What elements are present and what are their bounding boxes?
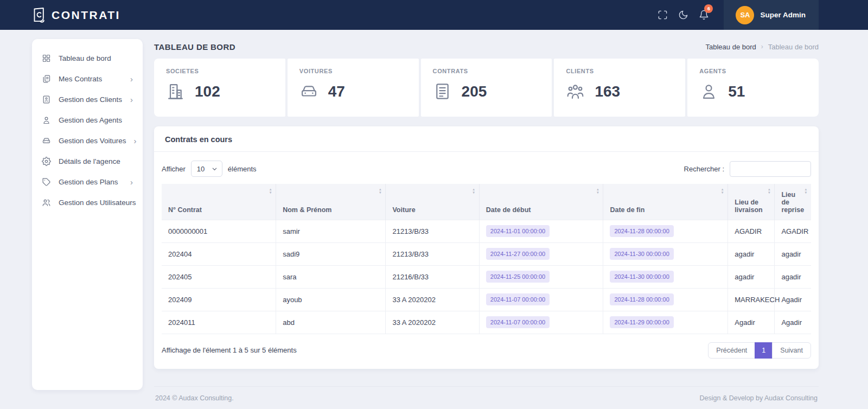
table-footer: Affichage de l'élement 1 à 5 sur 5 éléme…	[154, 334, 819, 369]
sidebar: Tableau de bordMes Contrats›Gestion des …	[32, 39, 143, 390]
sidebar-item-gestion-des-agents[interactable]: Gestion des Agents	[32, 110, 143, 130]
sort-icon: ▴▾	[270, 188, 271, 194]
stat-label: SOCIETES	[166, 68, 273, 74]
stat-value: 102	[195, 83, 220, 100]
sidebar-item-gestion-des-voitures[interactable]: Gestion des Voitures›	[32, 130, 143, 151]
column-header-label: Lieu de livraison	[735, 199, 762, 214]
date-badge: 2024-11-07 00:00:00	[486, 293, 550, 305]
page-layout: Tableau de bordMes Contrats›Gestion des …	[0, 30, 868, 409]
breadcrumb: Tableau de bord › Tableau de bord	[706, 43, 819, 51]
contracts-table: N° Contrat▴▾Nom & Prénom▴▾Voiture▴▾Date …	[162, 184, 811, 334]
contracts-icon	[42, 74, 51, 84]
column-header[interactable]: Nom & Prénom▴▾	[276, 184, 386, 220]
stat-label: CLIENTS	[566, 68, 673, 74]
sidebar-item-label: Gestion des Voitures	[59, 137, 126, 145]
brand-logo[interactable]: CONTRATI	[32, 7, 120, 23]
user-menu[interactable]: SA Super Admin	[724, 0, 819, 30]
sidebar-item-gestion-des-utilisateurs[interactable]: Gestion des Utilisateurs	[32, 192, 143, 213]
stat-card-voitures: VOITURES47	[288, 59, 419, 117]
column-header[interactable]: Date de fin▴▾	[603, 184, 728, 220]
sidebar-item-tableau-de-bord[interactable]: Tableau de bord	[32, 48, 143, 68]
avatar: SA	[736, 6, 754, 24]
delivery-place-cell: agadir	[728, 242, 775, 265]
sidebar-item-label: Gestion des Agents	[59, 116, 122, 124]
car-cell: 21216/B/33	[386, 265, 479, 288]
sidebar-nav: Tableau de bordMes Contrats›Gestion des …	[32, 48, 143, 213]
column-header[interactable]: Lieu de reprise▴▾	[775, 184, 811, 220]
table-row: 202405sara21216/B/332024-11-25 00:00:002…	[162, 265, 811, 288]
car-icon	[42, 136, 51, 145]
contract-number-cell: 0000000001	[162, 220, 276, 242]
sidebar-item-mes-contrats[interactable]: Mes Contrats›	[32, 68, 143, 89]
delivery-place-cell: Agadir	[728, 311, 775, 334]
column-header[interactable]: Lieu de livraison▴▾	[728, 184, 775, 220]
end-date-cell: 2024-11-30 00:00:00	[603, 265, 728, 288]
search-input[interactable]	[730, 161, 811, 177]
table-row: 202409ayoub33 A 20202022024-11-07 00:00:…	[162, 288, 811, 311]
sidebar-item-label: Gestion des Clients	[59, 95, 122, 104]
return-place-cell: agadir	[775, 242, 811, 265]
column-header-label: Date de début	[486, 206, 531, 214]
return-place-cell: Agadir	[775, 311, 811, 334]
sort-icon: ▴▾	[768, 188, 770, 194]
sort-icon: ▴▾	[473, 188, 475, 194]
table-info: Affichage de l'élement 1 à 5 sur 5 éléme…	[162, 346, 297, 354]
table-row: 0000000001samir21213/B/332024-11-01 00:0…	[162, 220, 811, 242]
sidebar-item-details-de-l-agence[interactable]: Détails de l'agence	[32, 151, 143, 171]
breadcrumb-link[interactable]: Tableau de bord	[706, 43, 756, 51]
return-place-cell: Agadir	[775, 288, 811, 311]
date-badge: 2024-11-30 00:00:00	[610, 248, 673, 260]
notifications-button[interactable]: 6	[693, 0, 714, 30]
start-date-cell: 2024-11-25 00:00:00	[479, 265, 603, 288]
start-date-cell: 2024-11-01 00:00:00	[479, 220, 603, 242]
column-header[interactable]: Voiture▴▾	[386, 184, 479, 220]
moon-icon	[678, 10, 688, 20]
end-date-cell: 2024-11-30 00:00:00	[603, 242, 728, 265]
end-date-cell: 2024-11-29 00:00:00	[603, 311, 728, 334]
dark-mode-button[interactable]	[673, 0, 693, 30]
sort-icon: ▴▾	[805, 188, 807, 194]
clients-group-icon	[566, 82, 585, 101]
agent-icon	[699, 82, 718, 101]
sidebar-item-gestion-des-clients[interactable]: Gestion des Clients›	[32, 89, 143, 110]
client-name-cell: abd	[276, 311, 386, 334]
pagination-next-button[interactable]: Suivant	[772, 342, 811, 359]
pagination-page-1-button[interactable]: 1	[755, 342, 773, 359]
building-icon	[166, 82, 185, 101]
stat-value: 47	[328, 83, 345, 100]
gear-icon	[42, 157, 51, 166]
stat-card-clients: CLIENTS163	[554, 59, 685, 117]
page-footer: 2024 © Audax Consulting. Design & Develo…	[154, 386, 819, 409]
table-controls: Afficher 10 éléments Rechercher :	[154, 152, 819, 184]
breadcrumb-current: Tableau de bord	[768, 43, 819, 51]
page-length-suffix: éléments	[228, 165, 257, 173]
column-header-label: Voiture	[392, 206, 415, 214]
page-length-control: Afficher 10 éléments	[162, 161, 257, 177]
chevron-right-icon: ›	[130, 75, 133, 83]
dashboard-grid-icon	[42, 54, 51, 63]
page-length-label: Afficher	[162, 165, 186, 173]
column-header-label: Nom & Prénom	[283, 206, 331, 214]
sidebar-item-gestion-des-plans[interactable]: Gestion des Plans›	[32, 171, 143, 192]
column-header[interactable]: Date de début▴▾	[479, 184, 603, 220]
start-date-cell: 2024-11-27 00:00:00	[479, 242, 603, 265]
fullscreen-button[interactable]	[652, 0, 673, 30]
contracts-card: Contrats en cours Afficher 10 éléments R…	[154, 126, 819, 369]
chevron-right-icon: ›	[130, 95, 133, 104]
start-date-cell: 2024-11-07 00:00:00	[479, 288, 603, 311]
contrati-logo-icon	[32, 7, 47, 23]
column-header[interactable]: N° Contrat▴▾	[162, 184, 276, 220]
contract-number-cell: 202409	[162, 288, 276, 311]
start-date-cell: 2024-11-07 00:00:00	[479, 311, 603, 334]
client-name-cell: ayoub	[276, 288, 386, 311]
contract-number-cell: 202404	[162, 242, 276, 265]
table-row: 202404sadi921213/B/332024-11-27 00:00:00…	[162, 242, 811, 265]
users-icon	[42, 198, 51, 207]
page-size-select[interactable]: 10	[191, 161, 222, 177]
stat-label: AGENTS	[699, 68, 807, 74]
user-name: Super Admin	[760, 11, 806, 19]
sidebar-item-label: Détails de l'agence	[59, 157, 120, 165]
pagination-prev-button[interactable]: Précédent	[708, 342, 755, 359]
page-title: TABLEAU DE BORD	[154, 42, 235, 52]
delivery-place-cell: MARRAKECH	[728, 288, 775, 311]
